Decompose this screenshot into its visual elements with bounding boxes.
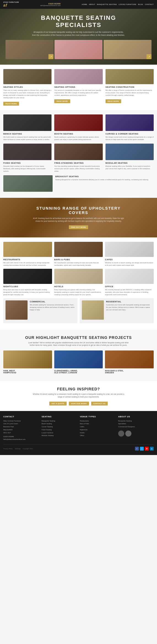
feature-btn-1[interactable]: Read more — [3, 102, 19, 106]
youtube-icon[interactable]: ▶ — [145, 447, 149, 451]
venue-grid-top: RESTAURANTS We work with clients in the … — [3, 242, 154, 267]
seating-curved-img — [105, 114, 154, 131]
upholstery-title: STUNNING RANGE OF UPHOLSTERY COVERS — [36, 206, 121, 215]
venue-restaurants-title: RESTAURANTS — [3, 258, 52, 261]
seating-breakout-title: BREAKOUT SEATING — [55, 175, 154, 178]
upholstery-btn[interactable]: Find out more — [69, 225, 88, 229]
linkedin-icon[interactable]: in — [150, 447, 154, 451]
features-grid: SEATING STYLES There are so many seating… — [3, 69, 154, 106]
venue-hotels-title: HOTELS — [54, 285, 103, 288]
hero-images: ↗ ↗ — [6, 40, 151, 59]
badge-1 — [118, 431, 124, 437]
seating-fixed: FIXED SEATING Bespoke fixed seating can … — [3, 144, 52, 172]
feature-text-1: There are so many seating styles to choo… — [3, 89, 52, 99]
nav-loose[interactable]: LOOSE FURNITURE — [119, 4, 137, 5]
footer-sitemap[interactable]: Sitemap — [15, 448, 20, 450]
hero-section: BANQUETTE SEATING SPECIALISTS All aspect… — [0, 9, 157, 65]
seating-breakout-text-block: BREAKOUT SEATING Seating designed for a … — [55, 175, 154, 193]
venue-cafes: CAFES Whether it's booth or bench seatin… — [105, 242, 154, 267]
logo[interactable]: ATAN FURNITURE af — [3, 1, 19, 7]
venue-grid-bot: COMMERCIAL We provide seating for numero… — [3, 298, 154, 323]
seating-booth-img — [54, 114, 102, 131]
seating-modular: MODULAR SEATING Modular seating offers y… — [105, 144, 154, 172]
main-nav: HOME ABOUT BANQUETTE SEATING LOOSE FURNI… — [82, 4, 154, 5]
venue-nightclubs-img — [3, 269, 52, 284]
seating-fixed-text: Bespoke fixed seating can be designed to… — [3, 165, 52, 172]
footer-grid: CONTACT Atlas Contract Furniture Unit 14… — [3, 415, 154, 441]
venue-commercial-img — [6, 300, 28, 320]
venue-restaurants-img — [3, 242, 52, 257]
footer-copyright: Copyright 2021 — [23, 448, 33, 450]
footer-contact: CONTACT Atlas Contract Furniture Unit 14… — [3, 415, 39, 441]
venue-cafes-img — [105, 242, 154, 257]
footer-about-links: Banquette Seating Specialists Commercial… — [118, 420, 154, 428]
project-ham: HAM, WEST HAMPSTEAD — [3, 350, 52, 374]
venue-restaurants-text: We work with clients in the UK and Europ… — [3, 262, 52, 267]
nav-contact[interactable]: CONTACT — [145, 4, 154, 5]
feature-btn-2[interactable]: Read more — [54, 99, 70, 103]
venue-types-section: RESTAURANTS We work with clients in the … — [0, 237, 157, 330]
venue-hotels-text: Keep impressing your guests with stunnin… — [54, 289, 103, 296]
badge-2 — [125, 431, 131, 437]
footer-contact-title: CONTACT — [3, 415, 39, 418]
footer-venues: VENUE TYPES Restaurants Bars & Pubs Cafe… — [80, 415, 115, 441]
seating-bench: BENCH SEATING We build made-to-measure b… — [3, 114, 52, 141]
footer-about: ABOUT US Banquette Seating Specialists C… — [118, 415, 154, 441]
seating-curved-title: CURVED & CORNER SEATING — [105, 133, 154, 135]
email[interactable]: atch@atachanfurniture.com — [40, 5, 61, 6]
hero-image-1: ↗ — [6, 40, 53, 59]
hero-description: All aspects of our bespoke banquette sea… — [32, 31, 125, 37]
seating-booth-text: Booth seating is a great way to create i… — [54, 136, 102, 141]
inspired-description: Whether it's bench seating for a restaur… — [30, 393, 127, 398]
project-ham-title: HAM, WEST HAMPSTEAD — [3, 370, 52, 374]
nav-blog[interactable]: BLOG — [138, 4, 143, 5]
inspired-contact-btn[interactable]: Contact us — [91, 402, 108, 405]
venue-cafes-text: Whether it's booth or bench seating, we … — [105, 262, 154, 267]
social-icons: f t ▶ in — [135, 447, 154, 451]
facebook-icon[interactable]: f — [135, 447, 139, 451]
seating-fixed-title: FIXED SEATING — [3, 162, 52, 164]
seating-modular-title: MODULAR SEATING — [105, 162, 154, 164]
venue-grid-mid: NIGHTCLUBS Bring style and class to your… — [3, 269, 154, 296]
nav-about[interactable]: ABOUT — [89, 4, 95, 5]
inspired-title: FEELING INSPIRED? — [3, 387, 154, 391]
footer-privacy[interactable]: Privacy Policy — [3, 448, 13, 450]
feature-text-2: Our service is completely bespoke so we … — [54, 89, 102, 97]
twitter-icon[interactable]: t — [140, 447, 144, 451]
site-header: ATAN FURNITURE af 01625 602990 atch@atac… — [0, 0, 157, 9]
venue-residential: RESIDENTIAL Customise your home with ban… — [80, 298, 154, 323]
feature-img-2 — [54, 69, 102, 84]
seating-breakout-text: Seating designed for a dynamic environme… — [55, 179, 154, 181]
project-ham-img — [3, 350, 52, 368]
upholstery-section: STUNNING RANGE OF UPHOLSTERY COVERS At A… — [0, 198, 157, 237]
venue-cafes-title: CAFES — [105, 258, 154, 261]
logo-text: af — [3, 3, 19, 7]
seating-breakout-row: BREAKOUT SEATING Seating designed for a … — [3, 175, 154, 193]
feature-title-3: SEATING CONSTRUCTION — [105, 86, 154, 88]
venue-bars-text: We manufacture specialist seating for ba… — [54, 262, 103, 267]
footer-seating: SEATING Banquette Seating Booth Seating … — [42, 415, 77, 441]
features-section: SEATING STYLES There are so many seating… — [0, 65, 157, 110]
feature-seating-construction: SEATING CONSTRUCTION We offer a range of… — [105, 69, 154, 106]
nav-banquette[interactable]: BANQUETTE SEATING — [97, 4, 117, 5]
venue-restaurants: RESTAURANTS We work with clients in the … — [3, 242, 52, 267]
inspired-quote-btn[interactable]: Get a quote — [49, 402, 66, 405]
footer-venues-links: Restaurants Bars & Pubs Cafes Nightclubs… — [80, 420, 115, 437]
inspired-work-btn[interactable]: View our work — [69, 402, 89, 405]
projects-title: OUR HIGHLIGHT BANQUETTE SEATING PROJECTS — [3, 335, 154, 340]
footer-seating-title: SEATING — [42, 415, 77, 418]
venue-commercial: COMMERCIAL We provide seating for numero… — [3, 298, 77, 323]
footer-bottom: Privacy Policy Sitemap Copyright 2021 f … — [3, 444, 154, 451]
feature-btn-3[interactable]: Read more — [105, 99, 121, 103]
venue-residential-img — [82, 300, 104, 320]
projects-description: Look familiar? We've worked with popular… — [26, 341, 131, 347]
project-niva: NIVA BAR & STEK, SWEDEN — [105, 350, 154, 374]
feature-seating-options: SEATING OPTIONS Our service is completel… — [54, 69, 102, 106]
seating-curved-text: We design curved and corner seating arra… — [105, 136, 154, 141]
nav-home[interactable]: HOME — [82, 4, 87, 5]
venue-residential-text: Customise your home with banquette seati… — [106, 304, 151, 311]
phone[interactable]: 01625 602990 — [40, 3, 61, 5]
venue-nightclubs: NIGHTCLUBS Bring style and class to your… — [3, 269, 52, 296]
seating-bench-img — [3, 114, 52, 131]
seating-curved: CURVED & CORNER SEATING We design curved… — [105, 114, 154, 141]
